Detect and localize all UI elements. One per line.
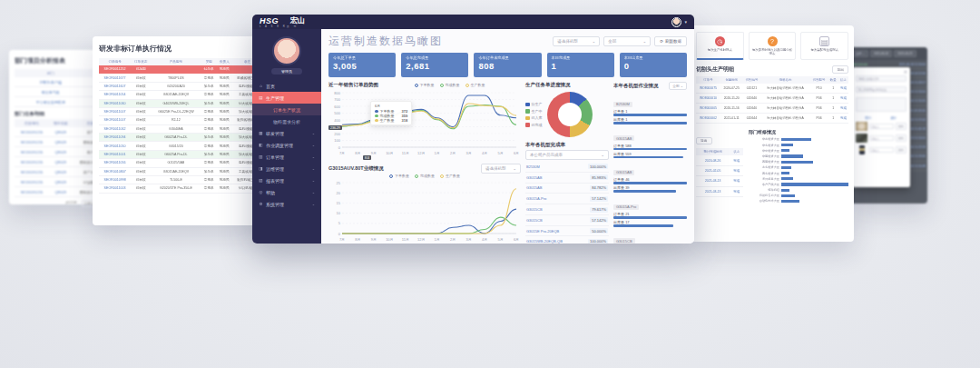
filter-toolbar: 全部 ⌄ 2021-06-16 2021-06-25 <box>849 47 927 60</box>
legend-item[interactable]: 完成数量 <box>440 83 460 87</box>
date-to-input[interactable]: 2021-06-25 <box>894 50 916 57</box>
user-avatar[interactable] <box>671 17 681 27</box>
rate-select[interactable]: 本公司产品完成率 ⌄ <box>525 150 609 160</box>
model-name: G3015A-Pro <box>526 196 546 201</box>
legend-item[interactable]: 已入库 <box>525 115 543 120</box>
sidebar-item[interactable]: ◧ 作业调度管理 ⌄ <box>252 139 321 151</box>
sidebar-item-icon: ◨ <box>259 166 263 171</box>
column-header: 物料名称 <box>760 76 809 84</box>
table-row[interactable]: SEOR0011060 已审核 G4020WB-20EQL 加急单 陈忠民 切大… <box>99 99 262 107</box>
sidebar-item[interactable]: ▤ 生产管理 <box>252 92 321 104</box>
column-header[interactable]: 负责人 <box>217 58 232 65</box>
report-tab[interactable]: ? 每次异常时间点以及问题分析报表 <box>749 32 797 60</box>
column-header[interactable]: 订单状态 <box>131 58 151 65</box>
table-row[interactable]: SEOR0011007 已审核 R2-12 常规单 陈忠民 数控线/模组装 <box>99 116 262 124</box>
sidebar-item[interactable]: ▥ 订单管理 ⌄ <box>252 151 321 163</box>
caption-input[interactable]: 请输入 <box>869 124 894 129</box>
column-header[interactable]: 类型 <box>201 58 217 65</box>
rate-row[interactable]: G3015E Pro-20EQB 50.000% <box>525 226 609 237</box>
table-row[interactable]: SEOR0011607 已审核 G2020UA20 加急单 陈忠民 电机/模组装 <box>99 82 262 90</box>
legend-item[interactable]: 待生产 <box>525 102 543 106</box>
photo-thumbnail[interactable] <box>859 145 865 154</box>
close-icon[interactable]: ✕ <box>904 69 907 75</box>
photo-thumbnail[interactable] <box>856 122 867 131</box>
table-row[interactable]: WO8000005 2020-11-16 020640 海大林自动切割机 切割头… <box>696 104 848 114</box>
sidebar-item[interactable]: 物料需求分析 <box>252 115 321 127</box>
table-row[interactable]: SEOR0011677 已审核 T800PLUS 常规单 陈忠民 机械线/模三组 <box>99 74 262 82</box>
model-tag: G3015AB <box>613 135 634 141</box>
photo-thumbnail[interactable] <box>856 134 867 143</box>
table-row[interactable]: SEOR0011054 已审核 G3015AE-20EQV 常规单 陈忠民 工装… <box>99 91 262 99</box>
overdue-row[interactable]: SEOR0011252 已超期 特急单 陈忠民 <box>99 65 262 74</box>
caption-input[interactable]: 请输入 <box>869 135 894 141</box>
model-select[interactable]: 请选择机型 ⌄ <box>553 36 600 46</box>
sidebar-item[interactable]: ◨ 运维管理 ⌄ <box>252 163 321 174</box>
legend-item[interactable]: 生产数量 <box>466 83 485 87</box>
caption-input[interactable]: 请输入 <box>869 147 894 153</box>
table-row[interactable]: SEOR0010807 已审核 G3015AE-20EQV 加急单 陈忠民 工装… <box>99 167 262 175</box>
completion-rate: 57.142% <box>590 196 608 202</box>
table-row[interactable]: SEOR0011001 已审核 G6025A Pro-DL 加急单 陈忠民 加大… <box>99 150 262 158</box>
chevron-down-icon: ⌄ <box>312 143 315 147</box>
table-row[interactable]: SEOR0011003 已审核 G2020/5TE Pro-350-E 常规单 … <box>99 184 262 193</box>
description-textarea[interactable] <box>856 97 906 112</box>
machines-select[interactable]: 全部 ⌄ <box>669 82 687 90</box>
legend-item[interactable]: 生产中 <box>525 109 543 114</box>
total-count: 共521条 <box>64 200 79 207</box>
rate-row[interactable]: G3015AB 84.782% <box>525 184 609 194</box>
table-row[interactable]: SEOR0011062 已审核 G3040EA 常规单 陈忠民 电机/模组装 <box>99 124 262 133</box>
sidebar-item[interactable]: ⌂ 首页 <box>252 80 321 92</box>
table-row[interactable]: SEOR0011094 已审核 G6025A Pro-DL 加急单 陈忠民 加大… <box>99 134 262 142</box>
table-row[interactable]: 2021-03-13 完成 <box>696 186 743 196</box>
chevron-down-icon[interactable]: ▾ <box>684 19 687 25</box>
rate-row[interactable]: G3015CB 57.142% <box>525 215 609 226</box>
rate-row[interactable]: B2530M 100.000% <box>525 162 609 173</box>
filter-select[interactable]: 全部 ⌄ <box>852 50 868 57</box>
svg-text:100: 100 <box>334 138 340 143</box>
out-count: 39 <box>625 185 629 190</box>
table-row[interactable]: WO8000010 2020-11-20 020640 海大林自动切割机 切割头… <box>696 94 848 104</box>
table-row[interactable]: 2021-02-05 完成 <box>696 165 743 175</box>
table-row[interactable]: WO8000002 2021-01-11 020644 海大林自动切割机 切割头… <box>696 114 848 124</box>
table-row[interactable]: SEOR0011056 已审核 G2025/5AB 常规单 陈忠民 电机/模组装 <box>99 159 262 167</box>
table-row[interactable]: WO8000075 2020-07-25 020121 海大林自动切割机 切割头… <box>696 84 848 94</box>
report-tab[interactable]: ▤ 每次装配完生成报表 <box>800 32 848 60</box>
hbar-row: 西南维修大区 <box>749 160 848 164</box>
legend-item[interactable]: 下单数量 <box>415 83 435 87</box>
sidebar-item[interactable]: ▧ 报表管理 ⌄ <box>252 174 321 186</box>
table-row[interactable]: SEOR0010998 已审核 TL500-E 常规单 陈忠民 数控机/组三组 <box>99 175 262 184</box>
delete-button[interactable]: 删除 <box>896 123 906 130</box>
delete-button[interactable]: 删除 <box>896 146 906 154</box>
delete-button[interactable]: 删除 <box>896 134 906 142</box>
model-input[interactable]: DL-2000W激光切割头 <box>856 86 906 93</box>
svg-text:25: 25 <box>337 181 341 185</box>
sidebar-item[interactable]: ◎ 帮助 ⌄ <box>252 186 321 198</box>
scope-select[interactable]: 全部 ⌄ <box>603 36 651 46</box>
svg-text:700: 700 <box>334 97 340 102</box>
table-row[interactable]: 2021-03-13 完成 <box>696 176 743 186</box>
model-chart-select[interactable]: 请选择机型 ⌄ <box>481 164 521 174</box>
export-button[interactable]: 导出 <box>696 137 712 144</box>
date-from-input[interactable]: 2021-06-16 <box>870 50 892 57</box>
rate-row[interactable]: G3015AB 85.983% <box>525 173 609 184</box>
completion-rate: 57.142% <box>590 217 608 223</box>
rate-row[interactable]: G3015WB-20EQB-QB 100.000% <box>525 236 609 244</box>
name-input[interactable]: 请输入设备名称 <box>856 75 906 82</box>
out-bar <box>613 122 687 124</box>
avatar[interactable] <box>272 36 301 65</box>
column-header[interactable]: 产品型号 <box>151 58 201 65</box>
legend-item[interactable]: 已完成 <box>525 123 543 127</box>
refresh-button[interactable]: ⟳ 刷新数据 <box>654 36 687 46</box>
sidebar-item[interactable]: 订单生产状况 <box>252 104 321 115</box>
column-header[interactable]: 订单编号 <box>99 58 131 65</box>
rate-row[interactable]: G3015A-Pro 57.142% <box>525 194 609 204</box>
table-row[interactable]: SEOR0011050 已审核 G3015/20 常规单 陈忠民 电机/模组装 <box>99 142 262 150</box>
sidebar-item[interactable]: ▦ 研发管理 ⌄ <box>252 127 321 139</box>
export-button[interactable]: 导出 <box>832 65 848 74</box>
table-row[interactable]: SEOR0011007 已审核 G6025E Pro-DL-22EQW 常规单 … <box>99 107 262 115</box>
rate-row[interactable]: G3015CB 79.617% <box>525 204 609 215</box>
report-tab[interactable]: ◷ 每次生产耗时报表 <box>696 32 744 60</box>
table-row[interactable]: 2020-08-26 完成 <box>696 155 743 165</box>
sidebar-item[interactable]: ⚙ 系统管理 ⌄ <box>252 198 321 210</box>
category-label: 华中维修大区 <box>749 149 779 153</box>
